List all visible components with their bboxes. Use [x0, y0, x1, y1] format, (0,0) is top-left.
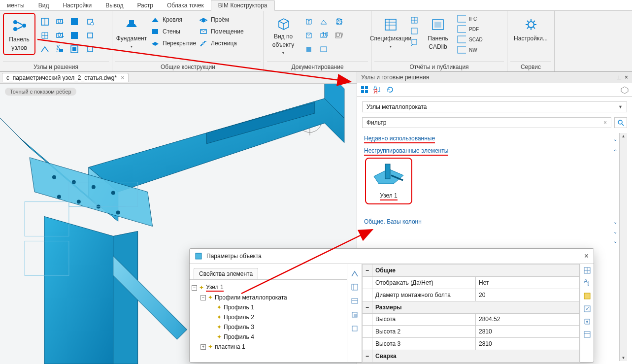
cadlib-panel-button[interactable]: Панель CADlib	[422, 13, 454, 55]
category-combo[interactable]: Узлы металлопроката ▼	[362, 101, 627, 112]
filter-input[interactable]: Фильтр ×	[362, 117, 611, 128]
opening-button[interactable]: Проём	[199, 15, 244, 25]
doc-mini-1[interactable]	[302, 16, 315, 28]
menu-elements[interactable]: менты	[0, 0, 32, 10]
export-nw-button[interactable]: NW	[457, 45, 483, 55]
view-by-object-button[interactable]: Вид по объекту ▼	[267, 13, 299, 55]
doc-mini-7[interactable]	[302, 43, 315, 55]
section-recent[interactable]: Недавно использованные ⌄	[362, 133, 619, 145]
svg-point-92	[586, 321, 588, 323]
menu-settings[interactable]: Настройки	[56, 0, 99, 10]
section-hidden-2[interactable]: ⌄	[362, 236, 619, 246]
settings-button[interactable]: Настройки...	[515, 13, 547, 55]
section-bases[interactable]: Общие. Базы колонн ⌄	[362, 216, 619, 227]
tree-root[interactable]: −✦Узел 1	[192, 283, 345, 293]
midbar-btn-2[interactable]	[350, 283, 359, 292]
collapse-cat-weld[interactable]: −	[363, 350, 372, 363]
svg-rect-86	[354, 314, 357, 317]
mini-btn-4[interactable]	[38, 30, 51, 41]
foundation-icon	[123, 16, 140, 33]
menu-output[interactable]: Вывод	[99, 0, 130, 10]
tree-profile-4[interactable]: ✦Профиль 4	[192, 332, 345, 342]
tree-profile-2[interactable]: ✦Профиль 2	[192, 312, 345, 322]
side-btn-1[interactable]	[583, 266, 592, 275]
specifications-button[interactable]: Спецификации ▼	[374, 13, 407, 55]
mini-btn-8[interactable]: VS	[53, 43, 66, 55]
prop-h2-val[interactable]: 2810	[476, 326, 580, 338]
doc-mini-4[interactable]	[302, 30, 315, 41]
midbar-btn-5[interactable]	[350, 324, 359, 333]
doc-mini-6[interactable]: DWG	[332, 30, 345, 41]
collapse-cat-general[interactable]: −	[363, 265, 372, 277]
mini-btn-b[interactable]	[84, 30, 97, 41]
menu-bim[interactable]: BIM Конструктора	[211, 0, 275, 11]
tree-profile-1[interactable]: ✦Профиль 1	[192, 302, 345, 312]
export-scad-button[interactable]: SCAD	[457, 34, 483, 44]
section-ungrouped[interactable]: Несгруппированные элементы ⌃	[362, 145, 619, 158]
midbar-btn-4[interactable]	[350, 310, 359, 319]
midbar-btn-3[interactable]	[350, 297, 359, 305]
midbar-btn-1[interactable]	[350, 269, 359, 278]
collapse-cat-size[interactable]: −	[363, 301, 372, 313]
report-mini-2[interactable]	[410, 27, 419, 35]
visual-style-badge[interactable]: Точный с показом рёбер	[5, 88, 76, 96]
menu-raster[interactable]: Растр	[131, 0, 160, 10]
tab-properties[interactable]: Свойства элемента	[194, 268, 258, 279]
sort-icon[interactable]: AЯ	[373, 85, 382, 94]
view-grid-icon[interactable]	[360, 85, 369, 94]
prop-bolt-val[interactable]: 20	[476, 289, 580, 301]
foundation-button[interactable]: Фундамент ▼	[115, 13, 148, 55]
slab-button[interactable]: Перекрытие	[151, 38, 196, 48]
side-btn-4[interactable]	[583, 304, 592, 313]
side-btn-2[interactable]: A	[583, 279, 592, 288]
menu-view[interactable]: Вид	[32, 0, 56, 10]
mini-btn-2[interactable]: 010	[53, 16, 66, 28]
tree-profiles-group[interactable]: −✦Профили металлопроката	[192, 293, 345, 302]
search-button[interactable]	[614, 117, 627, 128]
menu-pointclouds[interactable]: Облака точек	[160, 0, 211, 10]
scroll-up-icon[interactable]: ▲	[622, 134, 626, 138]
side-btn-3[interactable]	[583, 292, 592, 300]
prop-display-val[interactable]: Нет	[476, 276, 580, 289]
mini-btn-6[interactable]	[68, 30, 81, 41]
tree-plate-1[interactable]: +✦пластина 1	[192, 342, 345, 352]
scroll-down-icon[interactable]: ▼	[622, 356, 626, 360]
doc-mini-2[interactable]	[317, 16, 330, 28]
side-btn-6[interactable]	[583, 330, 592, 339]
svg-line-43	[533, 27, 535, 29]
nodes-panel-button[interactable]: Панель узлов	[3, 13, 35, 55]
walls-button[interactable]: Стены	[151, 27, 196, 36]
clear-filter-icon[interactable]: ×	[603, 119, 607, 126]
scrollbar[interactable]: ▲ ▼	[619, 133, 627, 361]
mini-btn-5[interactable]: 010	[53, 30, 66, 41]
doc-mini-8[interactable]	[317, 43, 330, 55]
doc-mini-3[interactable]: 255	[332, 16, 345, 28]
prop-h3-val[interactable]: 2810	[476, 338, 580, 350]
pin-icon[interactable]: ⟂	[617, 74, 621, 81]
mini-btn-c[interactable]	[84, 43, 97, 55]
mini-btn-7[interactable]	[38, 43, 51, 55]
doc-mini-5[interactable]: 100	[317, 30, 330, 41]
roof-button[interactable]: Кровля	[151, 15, 196, 25]
export-ifc-button[interactable]: IFC	[457, 14, 483, 24]
close-dialog-icon[interactable]: ×	[584, 252, 589, 261]
report-mini-3[interactable]	[410, 37, 419, 46]
prop-h-val[interactable]: 2804.52	[476, 313, 580, 326]
stairs-button[interactable]: Лестница	[199, 38, 244, 48]
close-panel-icon[interactable]: ×	[625, 74, 628, 81]
side-btn-5[interactable]	[583, 317, 592, 326]
mini-btn-9[interactable]	[68, 43, 81, 55]
save-box-icon[interactable]	[620, 85, 629, 94]
document-tab[interactable]: с_параметрический узел_2_статья.dwg* ×	[2, 73, 129, 82]
refresh-icon[interactable]	[386, 85, 395, 94]
close-tab-icon[interactable]: ×	[121, 74, 124, 81]
section-hidden-1[interactable]: ⌄	[362, 227, 619, 236]
report-mini-1[interactable]	[410, 16, 419, 25]
tree-profile-3[interactable]: ✦Профиль 3	[192, 322, 345, 332]
node-card[interactable]: Узел 1	[365, 158, 412, 204]
export-pdf-button[interactable]: PDF	[457, 24, 483, 34]
mini-btn-1[interactable]	[38, 16, 51, 28]
mini-btn-3[interactable]	[68, 16, 81, 28]
mini-btn-a[interactable]	[84, 16, 97, 28]
room-button[interactable]: Помещение	[199, 27, 244, 36]
